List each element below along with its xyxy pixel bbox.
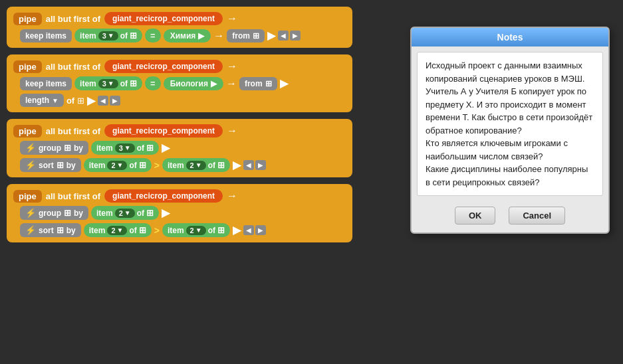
item-label-s4a: item: [89, 226, 106, 235]
dd-s3a: ▼: [117, 161, 124, 169]
item-block-2[interactable]: item 3 ▼ of ⊞: [74, 76, 142, 90]
item-label-2: item: [80, 79, 96, 88]
nav-1: ◀ ▶: [278, 31, 301, 41]
sort-by-block-3[interactable]: ⚡ sort ⊞ by: [20, 158, 81, 172]
nav-right-4[interactable]: ▶: [255, 225, 266, 235]
item-block-s4a[interactable]: item 2 ▼ of ⊞: [84, 223, 152, 237]
item-num-dropdown-2[interactable]: 3 ▼: [98, 79, 118, 88]
sort-label-4: sort: [39, 226, 54, 235]
dropdown-arrow-g4: ▼: [124, 209, 131, 217]
component-pill-2[interactable]: giant_recicrop_component: [104, 60, 223, 73]
pipe-header-row-4: pipe all but first of giant_recicrop_com…: [13, 189, 346, 203]
table-icon-g4: ⊞: [64, 208, 71, 218]
notes-body[interactable]: Исходный проект с данными взаимных копир…: [417, 52, 603, 196]
item-num-g4: 2: [119, 209, 123, 217]
all-but-first-label-1: all but first of: [46, 14, 100, 24]
length-table-2: ⊞: [77, 96, 84, 106]
of-s3a: of: [129, 161, 136, 170]
item-block-s4b[interactable]: item 2 ▼ of ⊞: [162, 223, 230, 237]
nav-right-1[interactable]: ▶: [290, 31, 301, 41]
item-num-2: 3: [102, 80, 106, 88]
group-by-block-4[interactable]: ⚡ group ⊞ by: [20, 206, 88, 220]
item-block-g3[interactable]: item 3 ▼ of ⊞: [91, 141, 159, 155]
dd-s4a: ▼: [117, 227, 124, 234]
subject-text-1: Химия: [170, 31, 196, 41]
nav-left-2[interactable]: ◀: [98, 96, 108, 106]
subject-pill-1[interactable]: Химия ▶: [164, 29, 211, 43]
notes-buttons: OK Cancel: [412, 201, 608, 232]
item-num-1: 3: [102, 32, 106, 40]
nav-left-3[interactable]: ◀: [243, 160, 254, 170]
item-num-s4b[interactable]: 2 ▼: [186, 226, 206, 235]
group-by-block-3[interactable]: ⚡ group ⊞ by: [20, 141, 88, 155]
notes-title: Notes: [497, 32, 523, 43]
gt-4: >: [154, 225, 160, 236]
eq-2: =: [145, 76, 161, 90]
sort-arrow-4: ▶: [233, 224, 241, 236]
item-num-dropdown-1[interactable]: 3 ▼: [98, 31, 118, 41]
from-block-1[interactable]: from ⊞: [227, 29, 265, 43]
component-pill-1[interactable]: giant_recicrop_component: [104, 12, 223, 25]
by-label-s3: by: [66, 161, 76, 170]
nav-right-3[interactable]: ▶: [255, 160, 266, 170]
item-block-s3b[interactable]: item 2 ▼ of ⊞: [162, 158, 230, 172]
item-num-s3b[interactable]: 2 ▼: [186, 161, 206, 170]
item-block-g4[interactable]: item 2 ▼ of ⊞: [91, 206, 159, 220]
sort-label-3: sort: [39, 161, 54, 170]
length-arrow-2: ▶: [87, 94, 95, 107]
table-icon-g3: ⊞: [64, 143, 71, 153]
group-arrow-4: ▶: [162, 207, 170, 219]
pipe-label-2: pipe: [13, 60, 42, 73]
length-row-2: length ▼ of ⊞ ▶ ◀ ▶: [20, 94, 346, 107]
nav-left-4[interactable]: ◀: [243, 225, 254, 235]
item-block-1[interactable]: item 3 ▼ of ⊞: [74, 29, 142, 43]
table-icon-g4b: ⊞: [146, 208, 154, 218]
notes-cancel-button[interactable]: Cancel: [509, 207, 565, 225]
after-from-arrow-1: ▶: [267, 29, 275, 42]
block-group-4: pipe all but first of giant_recicrop_com…: [7, 184, 352, 242]
keep-items-block-1[interactable]: keep items: [20, 29, 72, 43]
group-arrow-3: ▶: [162, 141, 170, 154]
length-label-2: length: [25, 96, 49, 105]
table-icon-1: ⊞: [130, 31, 137, 41]
table-s3b: ⊞: [217, 160, 225, 170]
dropdown-arrow-2: ▼: [108, 80, 114, 87]
keep-items-block-2[interactable]: keep items: [20, 77, 72, 90]
table-icon-2: ⊞: [130, 78, 137, 88]
by-label-3: by: [74, 143, 83, 153]
item-num-dropdown-g3[interactable]: 3 ▼: [115, 143, 135, 153]
nav-left-1[interactable]: ◀: [278, 31, 289, 41]
block-group-1: pipe all but first of giant_recicrop_com…: [7, 7, 352, 48]
component-pill-4[interactable]: giant_recicrop_component: [104, 189, 223, 203]
all-but-first-label-3: all but first of: [46, 126, 100, 136]
keep-items-row-1: keep items item 3 ▼ of ⊞ = Химия ▶ → fro…: [20, 29, 346, 43]
keep-label-1: keep items: [25, 31, 66, 41]
eq-1: =: [145, 29, 161, 43]
table-s3a: ⊞: [139, 160, 146, 170]
sort-by-block-4[interactable]: ⚡ sort ⊞ by: [20, 223, 81, 237]
item-block-s3a[interactable]: item 2 ▼ of ⊞: [84, 158, 152, 172]
group-by-row-3: ⚡ group ⊞ by item 3 ▼ of ⊞ ▶: [20, 141, 346, 155]
subject-pill-2[interactable]: Биология ▶: [164, 77, 223, 90]
table-s4a: ⊞: [139, 225, 146, 235]
from-table-1: ⊞: [253, 31, 259, 41]
component-pill-3[interactable]: giant_recicrop_component: [104, 124, 223, 137]
nav-3: ◀ ▶: [243, 160, 266, 170]
nav-right-2[interactable]: ▶: [110, 96, 120, 106]
item-label-s4b: item: [168, 226, 184, 235]
item-num-s3a[interactable]: 2 ▼: [107, 161, 127, 170]
item-num-s4a[interactable]: 2 ▼: [107, 226, 127, 235]
num-s3b: 2: [190, 161, 194, 169]
table-icon-g3b: ⊞: [146, 143, 154, 153]
all-but-first-label-2: all but first of: [46, 62, 100, 72]
from-block-2[interactable]: from ⊞: [239, 77, 277, 90]
item-label-g4: item: [96, 209, 113, 218]
item-num-dropdown-g4[interactable]: 2 ▼: [115, 209, 135, 218]
group-label-3: group: [39, 143, 61, 153]
length-block-2[interactable]: length ▼: [20, 94, 64, 107]
thunder-4b: ⚡: [25, 225, 36, 235]
notes-ok-button[interactable]: OK: [455, 207, 496, 225]
pipe-header-row-2: pipe all but first of giant_recicrop_com…: [13, 60, 346, 73]
num-s4b: 2: [190, 227, 194, 234]
length-dropdown-2[interactable]: ▼: [52, 97, 59, 104]
